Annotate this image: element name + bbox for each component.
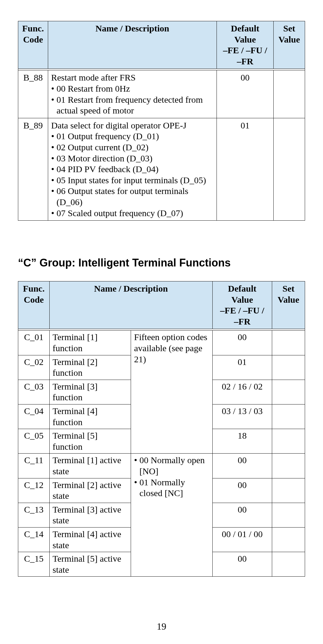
cell-code: C_15 — [18, 552, 50, 577]
th-func-code: Func. Code — [18, 21, 48, 69]
cell-set — [272, 478, 305, 503]
table-c-group: Func. Code Name / Description DefaultVal… — [18, 281, 305, 577]
section-heading: “C” Group: Intelligent Terminal Function… — [18, 257, 305, 269]
cell-set — [274, 118, 305, 220]
cell-code: C_11 — [18, 454, 50, 478]
cell-name: Terminal [3] active state — [49, 503, 131, 527]
cell-code: B_88 — [18, 70, 48, 118]
cell-desc: Data select for digital operator OPE-J 0… — [48, 118, 217, 220]
cell-default: 00 — [217, 70, 274, 118]
cell-set — [274, 70, 305, 118]
cell-default: 00 — [212, 552, 272, 577]
cell-desc: Restart mode after FRS 00 Restart from 0… — [48, 70, 217, 118]
cell-default: 00 — [212, 503, 272, 527]
cell-code: C_05 — [18, 429, 50, 454]
th-set: Set Value — [274, 21, 305, 69]
cell-name: Terminal [2] active state — [49, 478, 131, 503]
cell-code: C_13 — [18, 503, 50, 527]
cell-default: 00 — [212, 478, 272, 503]
cell-code: C_02 — [18, 355, 50, 380]
cell-default: 03 / 13 / 03 — [212, 404, 272, 429]
cell-code: C_14 — [18, 527, 50, 552]
th-func-code: Func. Code — [18, 281, 50, 329]
cell-default: 00 / 01 / 00 — [212, 527, 272, 552]
cell-shared-desc-b: 00 Normally open [NO] 01 Normally closed… — [131, 454, 213, 577]
cell-set — [272, 404, 305, 429]
cell-default: 01 — [212, 355, 272, 380]
th-default: DefaultValue–FE / –FU /–FR — [217, 21, 274, 69]
cell-name: Terminal [4] function — [49, 404, 131, 429]
cell-code: C_04 — [18, 404, 50, 429]
cell-name: Terminal [2] function — [49, 355, 131, 380]
cell-shared-desc-a: Fifteen option codes available (see page… — [131, 331, 213, 454]
table-row: C_01 Terminal [1] function Fifteen optio… — [18, 331, 305, 355]
cell-name: Terminal [1] active state — [49, 454, 131, 478]
cell-code: C_12 — [18, 478, 50, 503]
th-default: DefaultValue–FE / –FU /–FR — [212, 281, 272, 329]
table-row: B_89 Data select for digital operator OP… — [18, 118, 305, 220]
th-set: Set Value — [272, 281, 305, 329]
cell-code: C_01 — [18, 331, 50, 355]
cell-default: 01 — [217, 118, 274, 220]
cell-set — [272, 429, 305, 454]
cell-name: Terminal [4] active state — [49, 527, 131, 552]
cell-default: 02 / 16 / 02 — [212, 380, 272, 404]
cell-set — [272, 380, 305, 404]
cell-name: Terminal [3] function — [49, 380, 131, 404]
cell-name: Terminal [1] function — [49, 331, 131, 355]
table-b-group: Func. Code Name / Description DefaultVal… — [18, 21, 305, 221]
cell-name: Terminal [5] active state — [49, 552, 131, 577]
table-row: B_88 Restart mode after FRS 00 Restart f… — [18, 70, 305, 118]
cell-default: 00 — [212, 454, 272, 478]
cell-default: 00 — [212, 331, 272, 355]
table1-body: B_88 Restart mode after FRS 00 Restart f… — [18, 69, 305, 221]
cell-set — [272, 355, 305, 380]
cell-set — [272, 503, 305, 527]
cell-name: Terminal [5] function — [49, 429, 131, 454]
table-row: C_11 Terminal [1] active state 00 Normal… — [18, 454, 305, 478]
cell-set — [272, 331, 305, 355]
th-name-desc: Name / Description — [48, 21, 217, 69]
cell-default: 18 — [212, 429, 272, 454]
page-number: 19 — [0, 621, 323, 632]
cell-set — [272, 527, 305, 552]
th-name-desc: Name / Description — [49, 281, 212, 329]
cell-code: B_89 — [18, 118, 48, 220]
cell-set — [272, 454, 305, 478]
cell-code: C_03 — [18, 380, 50, 404]
cell-set — [272, 552, 305, 577]
